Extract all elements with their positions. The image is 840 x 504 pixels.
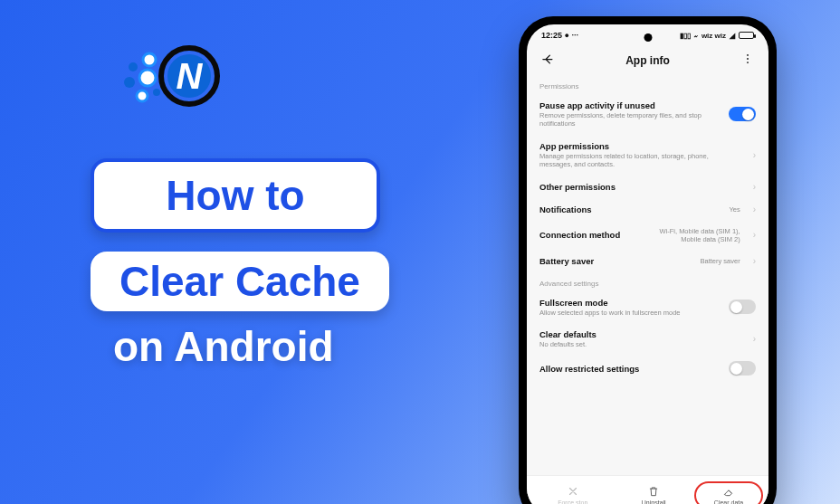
force-stop-button[interactable]: Force stop — [532, 485, 614, 504]
chevron-right-icon: › — [753, 334, 756, 344]
card-clear-cache: Clear Cache — [91, 252, 389, 311]
uninstall-label: Uninstall — [642, 499, 666, 504]
logo-letter: N — [167, 54, 211, 98]
item-subtitle: Manage permissions related to location, … — [539, 152, 740, 169]
item-title: Other permissions — [539, 182, 740, 192]
arrow-left-icon — [541, 52, 555, 66]
more-button[interactable] — [740, 52, 756, 69]
item-value: Yes — [729, 205, 740, 214]
section-advanced-label: Advanced settings — [539, 280, 756, 288]
section-permissions-label: Permissions — [539, 82, 756, 90]
item-value: Battery saver — [700, 257, 740, 265]
item-title: Connection method — [539, 230, 641, 240]
toggle-allow-restricted[interactable] — [729, 361, 756, 376]
status-dots: ● ··· — [565, 31, 578, 40]
svg-point-7 — [747, 58, 749, 60]
item-title: Battery saver — [539, 256, 691, 266]
toggle-pause-activity[interactable] — [729, 107, 756, 121]
trash-icon — [647, 485, 660, 498]
page-title: App info — [625, 54, 670, 67]
status-left: 12:25 ● ··· — [541, 31, 578, 40]
status-time: 12:25 — [541, 31, 562, 40]
wifi-icon: ◢ — [730, 32, 735, 40]
svg-point-2 — [139, 70, 156, 86]
clear-data-button[interactable]: Clear data — [694, 481, 763, 504]
chevron-right-icon: › — [753, 204, 756, 214]
svg-point-4 — [137, 90, 148, 101]
chevron-right-icon: › — [753, 150, 756, 160]
status-right: ▮▯▯ ៷ wiz wiz ◢ — [680, 32, 754, 40]
item-clear-defaults[interactable]: Clear defaults No defaults set. › — [539, 323, 756, 355]
svg-point-8 — [747, 62, 749, 63]
item-other-permissions[interactable]: Other permissions › — [539, 176, 756, 198]
item-title: Notifications — [539, 204, 720, 214]
logo-ring: N — [158, 45, 220, 107]
camera-dot-icon — [644, 33, 652, 42]
item-pause-activity[interactable]: Pause app activity if unused Remove perm… — [539, 94, 756, 135]
signal-icon: ▮▯▯ — [680, 32, 691, 40]
svg-point-6 — [747, 54, 749, 56]
card-howto: How to — [91, 158, 380, 233]
bottom-action-bar: Force stop Uninstall Clear data — [527, 475, 768, 504]
svg-point-3 — [124, 77, 135, 88]
back-button[interactable] — [539, 52, 556, 70]
close-icon — [567, 485, 579, 498]
chevron-right-icon: › — [753, 256, 756, 266]
item-title: Clear defaults — [539, 329, 740, 339]
force-stop-label: Force stop — [558, 499, 587, 504]
phone-screen: 12:25 ● ··· ▮▯▯ ៷ wiz wiz ◢ App info Per… — [527, 24, 768, 504]
item-connection-method[interactable]: Connection method Wi-Fi, Mobile data (SI… — [539, 221, 756, 250]
item-value: Wi-Fi, Mobile data (SIM 1), Mobile data … — [650, 227, 740, 243]
clear-data-label: Clear data — [714, 499, 743, 504]
item-subtitle: Remove permissions, delete temporary fil… — [539, 111, 720, 128]
more-vertical-icon — [741, 52, 754, 65]
settings-content: Permissions Pause app activity if unused… — [527, 75, 768, 475]
svg-point-1 — [129, 62, 138, 71]
toggle-fullscreen[interactable] — [729, 300, 756, 314]
item-title: Allow restricted settings — [539, 364, 720, 374]
eraser-icon — [722, 485, 735, 498]
brand-logo: N — [158, 45, 220, 107]
item-battery-saver[interactable]: Battery saver Battery saver › — [539, 250, 756, 272]
app-bar: App info — [527, 46, 768, 75]
uninstall-button[interactable]: Uninstall — [614, 485, 695, 504]
wifi-label: wiz wiz — [702, 32, 726, 40]
item-app-permissions[interactable]: App permissions Manage permissions relat… — [539, 135, 756, 176]
battery-icon — [739, 32, 754, 39]
text-on-android: on Android — [113, 322, 334, 371]
svg-point-0 — [143, 53, 156, 66]
item-fullscreen-mode[interactable]: Fullscreen mode Allow selected apps to w… — [539, 291, 756, 323]
chevron-right-icon: › — [753, 182, 756, 192]
volte-icon: ៷ — [694, 32, 698, 40]
item-title: Pause app activity if unused — [539, 100, 720, 110]
item-allow-restricted[interactable]: Allow restricted settings — [539, 355, 756, 382]
chevron-right-icon: › — [753, 230, 756, 240]
item-subtitle: Allow selected apps to work in fullscree… — [539, 309, 720, 317]
item-title: Fullscreen mode — [539, 298, 720, 308]
item-notifications[interactable]: Notifications Yes › — [539, 198, 756, 221]
phone-frame: 12:25 ● ··· ▮▯▯ ៷ wiz wiz ◢ App info Per… — [519, 16, 777, 504]
svg-point-5 — [153, 89, 160, 96]
item-title: App permissions — [539, 141, 740, 151]
item-subtitle: No defaults set. — [539, 340, 740, 348]
